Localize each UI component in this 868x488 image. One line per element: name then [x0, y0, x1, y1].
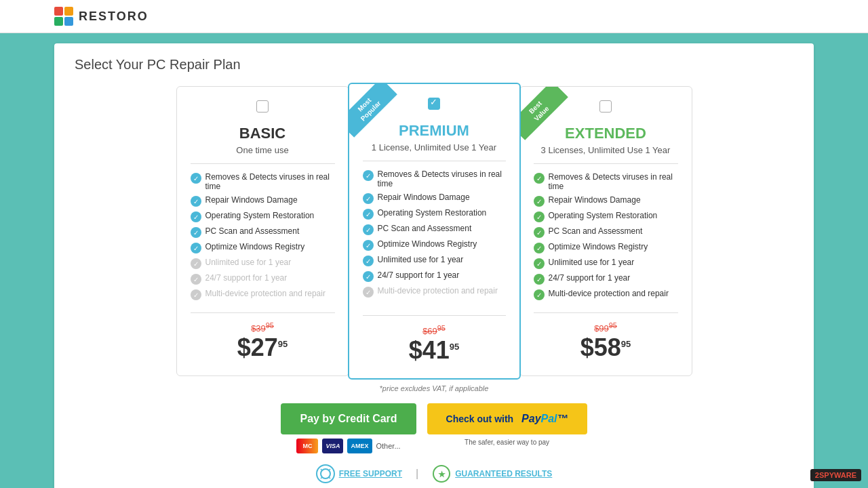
- logo-text: RESTORO: [79, 9, 149, 24]
- list-item: ✓ Removes & Detects viruses in real time: [363, 169, 506, 188]
- premium-checkbox[interactable]: [428, 98, 440, 110]
- plan-card-basic[interactable]: BASIC One time use ✓ Removes & Detects v…: [176, 86, 349, 376]
- price-note: *price excludes VAT, if applicable: [75, 384, 793, 392]
- free-support-link[interactable]: FREE SUPPORT: [339, 469, 402, 479]
- top-bar: RESTORO: [0, 0, 868, 33]
- best-value-ribbon: BestValue: [520, 87, 574, 141]
- list-item: ✓ Unlimited use for 1 year: [534, 258, 678, 269]
- basic-plan-name: BASIC: [191, 125, 335, 142]
- check-icon: ✓: [363, 256, 374, 266]
- basic-price-section: $3995 $2795: [191, 312, 335, 362]
- ribbon-label: MostPopular: [349, 84, 397, 138]
- free-support-item[interactable]: FREE SUPPORT: [316, 464, 402, 483]
- list-item: ✓ Operating System Restoration: [363, 208, 506, 220]
- plan-card-premium[interactable]: MostPopular PREMIUM 1 License, Unlimited…: [348, 83, 521, 380]
- svg-text:★: ★: [438, 470, 446, 479]
- list-item: ✓ PC Scan and Assessment: [363, 224, 506, 235]
- list-item: ✓ Repair Windows Damage: [191, 195, 335, 207]
- basic-feature-list: ✓ Removes & Detects viruses in real time…: [191, 172, 335, 304]
- restoro-logo-icon: [54, 7, 73, 26]
- svg-line-7: [328, 469, 330, 471]
- svg-rect-3: [64, 17, 73, 26]
- check-icon: ✓: [534, 258, 545, 269]
- guaranteed-results-item[interactable]: ★ GUARANTEED RESULTS: [432, 464, 552, 483]
- buttons-row: Pay by Credit Card MC VISA AMEX Other...…: [75, 403, 793, 456]
- check-icon: ✓: [534, 227, 545, 238]
- paypal-safe-text: The safer, easier way to pay: [465, 439, 549, 446]
- list-item: ✓ Repair Windows Damage: [534, 195, 678, 207]
- extended-plan-subtitle: 3 Licenses, Unlimited Use 1 Year: [534, 145, 678, 155]
- list-item: ✓ Unlimited use for 1 year: [363, 255, 506, 266]
- list-item: ✓ Removes & Detects viruses in real time: [191, 172, 335, 191]
- list-item: ✓ Operating System Restoration: [191, 211, 335, 222]
- support-icon: [316, 464, 335, 483]
- list-item: ✓ Unlimited use for 1 year: [191, 258, 335, 269]
- check-icon: ✓: [191, 227, 201, 238]
- extended-checkbox[interactable]: [599, 100, 612, 113]
- check-icon: ✓: [534, 289, 545, 300]
- check-icon: ✓: [191, 196, 201, 207]
- svg-point-4: [317, 465, 334, 483]
- extended-price-section: $9995 $5895: [534, 312, 678, 362]
- extended-original-price: $9995: [534, 321, 678, 333]
- guaranteed-results-link[interactable]: GUARANTEED RESULTS: [455, 469, 552, 479]
- other-cards-label: Other...: [376, 442, 401, 450]
- page-title: Select Your PC Repair Plan: [75, 57, 793, 73]
- extended-current-price: $5895: [534, 333, 678, 362]
- check-icon: ✓: [363, 271, 374, 282]
- check-icon-disabled: ✓: [363, 287, 374, 298]
- credit-card-button[interactable]: Pay by Credit Card: [281, 403, 416, 434]
- basic-original-price: $3995: [191, 321, 335, 333]
- basic-plan-subtitle: One time use: [191, 145, 335, 155]
- basic-current-price: $2795: [191, 333, 335, 362]
- svg-line-9: [328, 477, 330, 479]
- check-icon-disabled: ✓: [191, 289, 201, 300]
- logo-area: RESTORO: [54, 7, 149, 26]
- basic-checkbox[interactable]: [256, 100, 269, 113]
- svg-rect-1: [64, 7, 73, 16]
- plan-card-extended[interactable]: BestValue EXTENDED 3 Licenses, Unlimited…: [519, 86, 692, 376]
- list-item: ✓ PC Scan and Assessment: [191, 226, 335, 238]
- svg-line-8: [321, 477, 323, 479]
- list-item: ✓ PC Scan and Assessment: [534, 226, 678, 238]
- paypal-button[interactable]: Check out with PayPal™: [427, 403, 587, 434]
- plans-container: BASIC One time use ✓ Removes & Detects v…: [75, 86, 793, 376]
- premium-original-price: $6995: [363, 324, 506, 336]
- check-icon: ✓: [363, 224, 374, 235]
- list-item: ✓ Multi-device protection and repair: [534, 289, 678, 300]
- check-icon: ✓: [534, 211, 545, 222]
- list-item: ✓ 24/7 support for 1 year: [363, 270, 506, 282]
- check-icon-disabled: ✓: [191, 258, 201, 269]
- check-icon: ✓: [534, 173, 545, 184]
- list-item: ✓ Optimize Windows Registry: [363, 239, 506, 251]
- list-item: ✓ 24/7 support for 1 year: [534, 273, 678, 285]
- footer-links: FREE SUPPORT | ★ GUARANTEED RESULTS: [75, 464, 793, 483]
- check-icon-disabled: ✓: [191, 274, 201, 285]
- list-item: ✓ Optimize Windows Registry: [534, 242, 678, 253]
- amex-icon: AMEX: [347, 439, 372, 453]
- list-item: ✓ Optimize Windows Registry: [191, 242, 335, 253]
- guaranteed-icon: ★: [432, 464, 451, 483]
- premium-plan-subtitle: 1 License, Unlimited Use 1 Year: [363, 142, 506, 152]
- check-icon: ✓: [534, 196, 545, 207]
- main-container: Select Your PC Repair Plan BASIC One tim…: [54, 43, 814, 488]
- check-icon: ✓: [534, 274, 545, 285]
- list-item: ✓ Operating System Restoration: [534, 211, 678, 222]
- premium-current-price: $4195: [363, 336, 506, 365]
- svg-line-6: [321, 469, 323, 471]
- check-icon: ✓: [191, 173, 201, 184]
- check-icon: ✓: [363, 170, 374, 181]
- check-icon: ✓: [191, 211, 201, 222]
- list-item: ✓ Removes & Detects viruses in real time: [534, 172, 678, 191]
- list-item: ✓ Multi-device protection and repair: [363, 286, 506, 298]
- list-item: ✓ Repair Windows Damage: [363, 192, 506, 204]
- visa-icon: VISA: [322, 439, 343, 453]
- list-item: ✓ 24/7 support for 1 year: [191, 273, 335, 285]
- most-popular-ribbon: MostPopular: [349, 84, 403, 138]
- check-icon: ✓: [191, 243, 201, 253]
- ribbon-label: BestValue: [520, 87, 568, 140]
- check-icon: ✓: [363, 240, 374, 251]
- check-icon: ✓: [363, 209, 374, 220]
- premium-feature-list: ✓ Removes & Detects viruses in real time…: [363, 169, 506, 307]
- extended-feature-list: ✓ Removes & Detects viruses in real time…: [534, 172, 678, 304]
